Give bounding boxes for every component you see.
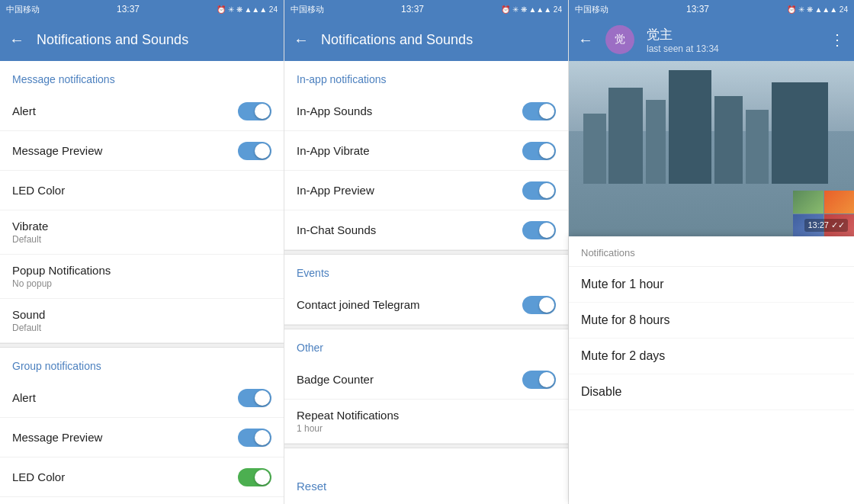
more-button[interactable]: ⋮ <box>830 30 845 49</box>
status-bar-3: 中国移动 13:37 ⏰ ✳ ❋ ▲▲▲ 24 <box>569 0 854 18</box>
label-popup1: Popup Notifications <box>12 264 271 277</box>
label-message-preview1: Message Preview <box>12 144 238 157</box>
row-message-preview2[interactable]: Message Preview <box>0 418 284 457</box>
time-1: 13:37 <box>117 4 140 14</box>
chat-image: 13:27 ✓✓ <box>569 61 854 236</box>
content-2: In-app notifications In-App Sounds In-Ap… <box>284 61 568 504</box>
panel-3: 中国移动 13:37 ⏰ ✳ ❋ ▲▲▲ 24 ← 觉 觉主 last seen… <box>569 0 854 504</box>
carrier-1: 中国移动 <box>6 4 40 15</box>
toggle-in-app-preview[interactable] <box>522 181 556 200</box>
mute-1hour[interactable]: Mute for 1 hour <box>569 267 854 303</box>
toggle-alert1[interactable] <box>238 102 271 120</box>
row-alert2[interactable]: Alert <box>0 378 284 418</box>
toolbar-2: ← Notifications and Sounds <box>284 18 568 61</box>
mute-2days[interactable]: Mute for 2 days <box>569 339 854 374</box>
toggle-led-color2[interactable] <box>238 468 271 486</box>
row-alert1[interactable]: Alert <box>0 91 284 131</box>
toolbar-3: ← 觉 觉主 last seen at 13:34 ⋮ <box>569 18 854 61</box>
row-repeat-notifications[interactable]: Repeat Notifications 1 hour <box>284 400 568 444</box>
row-in-app-preview[interactable]: In-App Preview <box>284 171 568 210</box>
toggle-message-preview1[interactable] <box>238 142 271 160</box>
user-name: 觉主 <box>647 26 817 43</box>
user-status: last seen at 13:34 <box>647 43 817 54</box>
label-vibrate1: Vibrate <box>12 220 271 233</box>
avatar-3: 觉 <box>605 25 634 54</box>
label-alert2: Alert <box>12 391 238 404</box>
chat-timestamp: 13:27 ✓✓ <box>804 219 848 232</box>
status-bar-2: 中国移动 13:37 ⏰ ✳ ❋ ▲▲▲ 24 <box>284 0 568 18</box>
section-header-message: Message notifications <box>0 61 284 91</box>
toolbar-1: ← Notifications and Sounds <box>0 18 284 61</box>
row-led-color1[interactable]: LED Color <box>0 171 284 210</box>
mute-8hours[interactable]: Mute for 8 hours <box>569 303 854 339</box>
carrier-3: 中国移动 <box>575 4 608 15</box>
label-alert1: Alert <box>12 104 238 117</box>
row-led-color2[interactable]: LED Color <box>0 457 284 497</box>
toggle-in-chat-sounds[interactable] <box>522 221 556 239</box>
row-badge-counter[interactable]: Badge Counter <box>284 360 568 400</box>
toolbar-title-2: Notifications and Sounds <box>321 32 559 48</box>
status-bar-1: 中国移动 13:37 ⏰ ✳ ❋ ▲▲▲ 24 <box>0 0 284 18</box>
label-in-app-sounds: In-App Sounds <box>297 104 522 117</box>
time-2: 13:37 <box>401 4 424 14</box>
status-icons-3: ⏰ ✳ ❋ ▲▲▲ 24 <box>787 5 848 14</box>
sublabel-vibrate1: Default <box>12 234 271 245</box>
toggle-badge-counter[interactable] <box>522 371 556 389</box>
row-reset[interactable]: Reset <box>284 467 568 504</box>
label-sound1: Sound <box>12 308 271 321</box>
back-button-3[interactable]: ← <box>578 31 593 49</box>
toggle-in-app-sounds[interactable] <box>522 102 556 120</box>
status-icons-2: ⏰ ✳ ❋ ▲▲▲ 24 <box>501 5 562 14</box>
toggle-contact-joined[interactable] <box>522 296 556 314</box>
status-icons-1: ⏰ ✳ ❋ ▲▲▲ 24 <box>217 5 278 14</box>
label-reset[interactable]: Reset <box>297 480 556 493</box>
label-in-chat-sounds: In-Chat Sounds <box>297 223 522 236</box>
sublabel-repeat-notifications: 1 hour <box>297 423 556 434</box>
toggle-in-app-vibrate[interactable] <box>522 142 556 160</box>
label-contact-joined: Contact joined Telegram <box>297 298 522 311</box>
content-1: Message notifications Alert Message Prev… <box>0 61 284 504</box>
row-in-chat-sounds[interactable]: In-Chat Sounds <box>284 210 568 250</box>
section-header-events: Events <box>284 255 568 285</box>
panel-2: 中国移动 13:37 ⏰ ✳ ❋ ▲▲▲ 24 ← Notifications … <box>284 0 569 504</box>
row-in-app-sounds[interactable]: In-App Sounds <box>284 91 568 131</box>
back-button-1[interactable]: ← <box>9 31 24 49</box>
label-repeat-notifications: Repeat Notifications <box>297 409 556 422</box>
sublabel-popup1: No popup <box>12 278 271 289</box>
section-header-group: Group notifications <box>0 348 284 378</box>
toggle-alert2[interactable] <box>238 389 271 407</box>
label-in-app-preview: In-App Preview <box>297 184 522 197</box>
disable-notifications[interactable]: Disable <box>569 374 854 410</box>
toggle-message-preview2[interactable] <box>238 429 271 447</box>
back-button-2[interactable]: ← <box>294 31 309 49</box>
row-in-app-vibrate[interactable]: In-App Vibrate <box>284 131 568 171</box>
row-message-preview1[interactable]: Message Preview <box>0 131 284 171</box>
label-led-color1: LED Color <box>12 184 271 197</box>
section-header-other: Other <box>284 329 568 360</box>
context-menu: Notifications Mute for 1 hour Mute for 8… <box>569 236 854 504</box>
row-vibrate1[interactable]: Vibrate Default <box>0 210 284 255</box>
row-contact-joined[interactable]: Contact joined Telegram <box>284 285 568 325</box>
label-led-color2: LED Color <box>12 470 238 483</box>
section-header-inapp: In-app notifications <box>284 61 568 91</box>
context-menu-title: Notifications <box>569 236 854 267</box>
sublabel-sound1: Default <box>12 323 271 333</box>
carrier-2: 中国移动 <box>291 4 324 15</box>
section-header-reset <box>284 448 568 467</box>
toolbar-title-1: Notifications and Sounds <box>37 32 274 48</box>
label-badge-counter: Badge Counter <box>297 373 522 386</box>
row-sound1[interactable]: Sound Default <box>0 299 284 343</box>
row-popup1[interactable]: Popup Notifications No popup <box>0 255 284 299</box>
time-3: 13:37 <box>686 4 709 14</box>
label-in-app-vibrate: In-App Vibrate <box>297 144 522 157</box>
panel-1: 中国移动 13:37 ⏰ ✳ ❋ ▲▲▲ 24 ← Notifications … <box>0 0 284 504</box>
label-message-preview2: Message Preview <box>12 431 238 444</box>
